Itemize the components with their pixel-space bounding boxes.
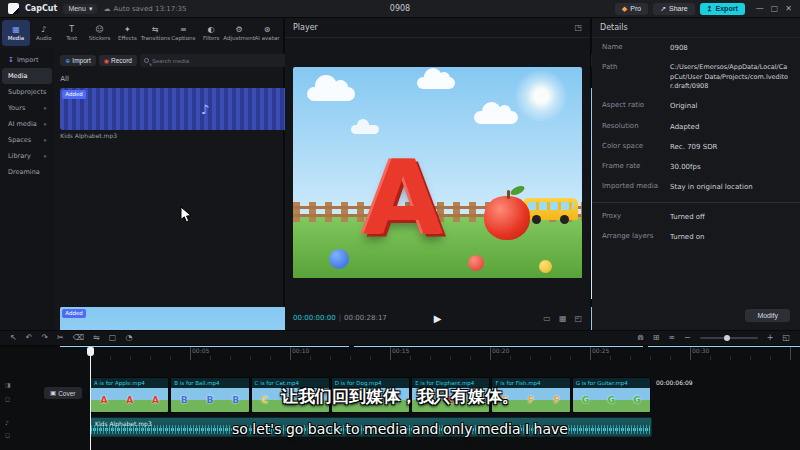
sidebar-item[interactable]: ↧ Import [2,52,52,68]
details-value: Stay in original location [670,182,790,192]
import-plus-icon: ⊕ [65,57,70,64]
undo-icon[interactable]: ↶ [26,334,33,342]
ribbon-tab[interactable]: ◐ Filters [197,20,225,46]
media-library-panel: ▦ Media ♪ Audio T Text ☺ Stickers ✦ Effe… [0,18,284,330]
added-badge: Added [62,309,86,318]
titlebar-actions: ◆ Pro ↗ Share ↥ Export —▢✕ [615,3,792,15]
ruler-label: 00:30 [690,347,790,360]
mouse-cursor [180,206,193,223]
ribbon-tab[interactable]: ✦ Effects [114,20,142,46]
export-button[interactable]: ↥ Export [700,3,745,15]
sidebar-item[interactable]: Subprojects [2,84,52,100]
scene-apple [484,196,530,240]
scene-cloud [417,77,455,89]
timeline-tools-right-end: +◱ [767,334,790,342]
app-name: CapCut [25,4,57,13]
scene-ball-blue [329,249,349,269]
speed-icon[interactable]: ◔ [125,334,132,342]
menu-button[interactable]: Menu ▾ [63,4,97,14]
adjustment-icon: ⚙ [236,26,243,34]
details-panel-title: Details [600,23,628,32]
timeline-ruler[interactable]: 00:0500:1000:1500:2000:2500:30 [90,347,800,360]
details-row: Proxy Turned off [592,202,800,227]
chevron-down-icon: ▾ [44,121,47,127]
details-value: Turned on [670,232,790,242]
details-label: Proxy [602,212,664,222]
text-icon: T [69,26,74,34]
sidebar-item[interactable]: Spaces ▾ [2,132,52,148]
details-row: Color space Rec. 709 SDR [592,137,800,157]
record-button[interactable]: ◉ Record [99,55,137,66]
details-label: Arrange layers [602,232,664,242]
zoom-slider-knob[interactable] [724,335,730,341]
pro-diamond-icon: ◆ [622,5,627,13]
maximize-icon[interactable]: ▢ [771,4,779,13]
sidebar-item[interactable]: Dreamina [2,164,52,180]
play-button[interactable]: ▶ [434,313,442,324]
subtitle-english: so let's go back to media and only media… [0,421,800,437]
chevron-down-icon: ▾ [44,137,47,143]
delete-icon[interactable]: ⌫ [73,334,84,342]
scene-cloud [307,87,355,101]
details-label: Resolution [602,122,664,132]
modify-button[interactable]: Modify [745,309,790,322]
details-value: 30.00fps [670,162,790,172]
ribbon-tab[interactable]: ⊛ AI avatar [253,20,281,46]
close-icon[interactable]: ✕ [785,4,792,13]
cloud-saved-icon: ☁ [103,5,110,13]
zoom-slider[interactable] [700,337,758,339]
video-frame[interactable]: A [293,67,582,278]
minimize-icon[interactable]: — [756,4,764,13]
redo-icon[interactable]: ↷ [41,334,48,342]
ribbon-tab[interactable]: ⚙ Adjustment [225,20,253,46]
crop-icon[interactable]: ▢ [109,334,117,342]
details-label: Frame rate [602,162,664,172]
player-panel: Player ◳ A 00:00:00:00 | 00:00:28:17 ▶ [285,18,591,330]
fit-timeline-icon[interactable]: ◱ [782,334,790,342]
fullscreen-icon[interactable]: ◰ [574,314,582,323]
ruler-label: 00:20 [490,347,590,360]
ribbon-tab[interactable]: ♪ Audio [30,20,58,46]
details-label: Color space [602,142,664,152]
details-row: Frame rate 30.00fps [592,157,800,177]
media-icon: ▦ [12,26,20,34]
ribbon-tab[interactable]: ▦ Media [2,20,30,46]
sidebar-item[interactable]: AI media ▾ [2,116,52,132]
split-icon[interactable]: ✂ [57,334,64,342]
sidebar-item[interactable]: Library ▾ [2,148,52,164]
zoom-out-icon[interactable]: − [684,334,691,342]
ruler-label: 00:10 [290,347,390,360]
zoom-in-icon[interactable]: + [767,334,774,342]
ribbon-tab[interactable]: T Text [58,20,86,46]
current-time: 00:00:00:00 [293,314,336,322]
scene-school-bus [524,198,578,220]
ratio-icon[interactable]: ▭ [543,314,551,323]
ribbon-tab[interactable]: ☺ Stickers [86,20,114,46]
ribbon-tab[interactable]: ⇆ Transitions [141,20,169,46]
pro-button[interactable]: ◆ Pro [615,3,648,15]
cursor-tool-icon[interactable]: ↖ [10,334,17,342]
snap-icon[interactable]: ⊞ [653,334,660,342]
player-panel-title: Player [293,23,318,32]
ribbon-tab[interactable]: ≡ Captions [169,20,197,46]
details-row: Resolution Adapted [592,117,800,137]
scene-ball-red [468,255,484,271]
grid-icon[interactable]: ▦ [559,314,567,323]
magnet-icon[interactable]: ⋒ [637,334,644,342]
mirror-icon[interactable]: ⇋ [93,334,100,342]
transitions-icon: ⇆ [152,26,159,34]
details-value: C:/Users/Emersos/AppData/Local/CapCut/Us… [670,63,790,91]
import-button[interactable]: ⊕ Import [60,55,95,66]
ai-avatar-icon: ⊛ [264,26,271,34]
project-title: 0908 [390,4,410,13]
scene-letter-a: A [363,152,444,246]
details-fields: Name 0908 Path C:/Users/Emersos/AppData/… [592,38,800,247]
player-expand-icon[interactable]: ◳ [574,23,582,32]
sidebar-item[interactable]: Media [2,68,52,84]
ruler-label: 00:25 [590,347,690,360]
sidebar-item[interactable]: Yours ▾ [2,100,52,116]
details-value: Rec. 709 SDR [670,142,790,152]
share-button[interactable]: ↗ Share [653,3,695,15]
link-icon[interactable]: ∞ [668,334,675,342]
thumbnail-letter: ♪ [201,103,209,116]
